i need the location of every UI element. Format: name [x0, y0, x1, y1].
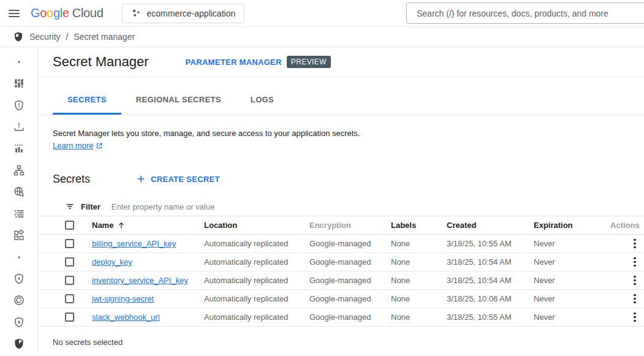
nav-section-dot[interactable]: [4, 246, 34, 268]
globe-search-icon: [13, 186, 25, 198]
search-input[interactable]: [407, 3, 644, 23]
table-header-row: Name Location Encryption Labels Created …: [38, 216, 644, 235]
logo-letter: o: [40, 6, 47, 20]
select-all-checkbox[interactable]: [65, 221, 74, 230]
nav-secret-manager[interactable]: [4, 333, 34, 354]
column-header-name[interactable]: Name: [92, 221, 204, 230]
column-header-encryption: Encryption: [309, 221, 391, 230]
selection-status: No secrets selected: [53, 338, 644, 347]
cell-created: 3/18/25, 10:54 AM: [447, 276, 534, 285]
tab-secrets[interactable]: SECRETS: [53, 86, 121, 115]
nav-vulnerabilities[interactable]: [4, 116, 34, 137]
filter-bar[interactable]: Filter: [38, 197, 644, 216]
column-header-labels[interactable]: Labels: [391, 221, 447, 230]
cell-created: 3/18/25, 10:55 AM: [447, 312, 534, 322]
nav-threats[interactable]: [4, 94, 34, 116]
nav-risk-overview[interactable]: [4, 72, 34, 94]
nav-overview-dot[interactable]: [4, 51, 34, 72]
breadcrumb-security[interactable]: Security: [29, 32, 61, 42]
nav-findings[interactable]: [4, 181, 34, 203]
secret-name-link[interactable]: deploy_key: [92, 257, 132, 267]
learn-more-label: Learn more: [53, 140, 93, 152]
shield-dot-icon: [13, 273, 25, 285]
cell-labels: None: [391, 239, 447, 248]
shield-half-icon: [13, 338, 25, 350]
row-actions-kebab-icon[interactable]: [627, 292, 642, 306]
parameter-manager-link[interactable]: PARAMETER MANAGER: [186, 58, 282, 67]
cell-location: Automatically replicated: [204, 294, 309, 303]
plus-icon: [136, 174, 146, 184]
dot-icon: [13, 56, 25, 68]
nav-shield-plus[interactable]: [4, 311, 34, 333]
cell-encryption: Google-managed: [309, 276, 391, 285]
project-name: ecommerce-application: [147, 9, 236, 18]
cell-encryption: Google-managed: [309, 294, 391, 303]
filter-input[interactable]: [112, 202, 644, 211]
learn-more-link[interactable]: Learn more: [53, 140, 103, 152]
cell-location: Automatically replicated: [204, 239, 309, 248]
row-checkbox[interactable]: [65, 294, 74, 303]
cell-encryption: Google-managed: [309, 312, 391, 322]
logo-letter: e: [63, 6, 69, 20]
project-selector[interactable]: ecommerce-application: [122, 4, 245, 23]
table-row: jwt-signing-secret Automatically replica…: [38, 290, 644, 308]
row-checkbox[interactable]: [65, 239, 74, 248]
cell-expiration: Never: [534, 312, 610, 322]
secret-name-link[interactable]: inventory_service_API_key: [92, 276, 188, 285]
table-row: inventory_service_API_key Automatically …: [38, 271, 644, 290]
top-app-bar: Google Cloud ecommerce-application: [0, 0, 644, 27]
cell-labels: None: [391, 312, 447, 322]
bar-chart-icon: [13, 142, 25, 154]
tab-regional-secrets[interactable]: REGIONAL SECRETS: [121, 86, 236, 115]
secrets-section-header: Secrets CREATE SECRET: [53, 170, 644, 187]
row-checkbox[interactable]: [65, 276, 74, 285]
menu-icon[interactable]: [9, 7, 21, 20]
tab-logs[interactable]: LOGS: [236, 86, 289, 115]
table-row: deploy_key Automatically replicated Goog…: [38, 253, 644, 271]
secret-name-link[interactable]: jwt-signing-secret: [92, 294, 154, 303]
row-checkbox[interactable]: [65, 312, 74, 322]
nav-sources[interactable]: [4, 203, 34, 224]
cell-encryption: Google-managed: [309, 257, 391, 267]
cell-created: 3/18/25, 10:55 AM: [447, 239, 534, 248]
shapes-icon: [13, 229, 25, 241]
nav-posture[interactable]: [4, 224, 34, 246]
row-checkbox[interactable]: [65, 257, 74, 267]
secret-name-link[interactable]: billing_service_API_key: [92, 239, 176, 248]
project-icon: [131, 8, 142, 18]
row-actions-kebab-icon[interactable]: [627, 310, 642, 325]
breadcrumb-separator: /: [66, 32, 69, 42]
shield-alert-icon: [13, 99, 25, 112]
row-actions-kebab-icon[interactable]: [627, 273, 642, 288]
cell-created: 3/18/25, 10:06 AM: [447, 294, 534, 303]
cell-location: Automatically replicated: [204, 312, 309, 322]
global-search[interactable]: [406, 2, 644, 24]
google-cloud-logo[interactable]: Google Cloud: [31, 6, 104, 20]
table-row: billing_service_API_key Automatically re…: [38, 235, 644, 253]
nav-compliance[interactable]: [4, 290, 34, 311]
nav-attack-paths[interactable]: [4, 138, 34, 159]
dot-icon: [13, 251, 25, 263]
row-actions-kebab-icon[interactable]: [627, 255, 642, 270]
filter-label: Filter: [81, 202, 100, 211]
shield-plus-icon: [13, 316, 25, 328]
logo-cloud-text: Cloud: [72, 6, 104, 20]
column-header-location[interactable]: Location: [204, 221, 309, 230]
main-content: Secret Manager PARAMETER MANAGER PREVIEW…: [38, 47, 644, 355]
logo-letter: G: [31, 6, 40, 20]
cell-labels: None: [391, 257, 447, 267]
column-header-created[interactable]: Created: [447, 221, 534, 230]
column-header-actions: Actions: [610, 221, 644, 230]
nav-shield-dot[interactable]: [4, 268, 34, 289]
column-header-expiration[interactable]: Expiration: [534, 221, 610, 230]
cell-labels: None: [391, 276, 447, 285]
cell-location: Automatically replicated: [204, 257, 309, 267]
cell-labels: None: [391, 294, 447, 303]
nav-assets[interactable]: [4, 159, 34, 181]
external-link-icon: [96, 142, 103, 150]
row-actions-kebab-icon[interactable]: [627, 237, 642, 251]
create-secret-button[interactable]: CREATE SECRET: [136, 174, 220, 184]
security-side-nav: [0, 47, 38, 355]
secret-name-link[interactable]: slack_webhook_url: [92, 312, 160, 322]
tab-bar: SECRETS REGIONAL SECRETS LOGS: [38, 86, 644, 115]
